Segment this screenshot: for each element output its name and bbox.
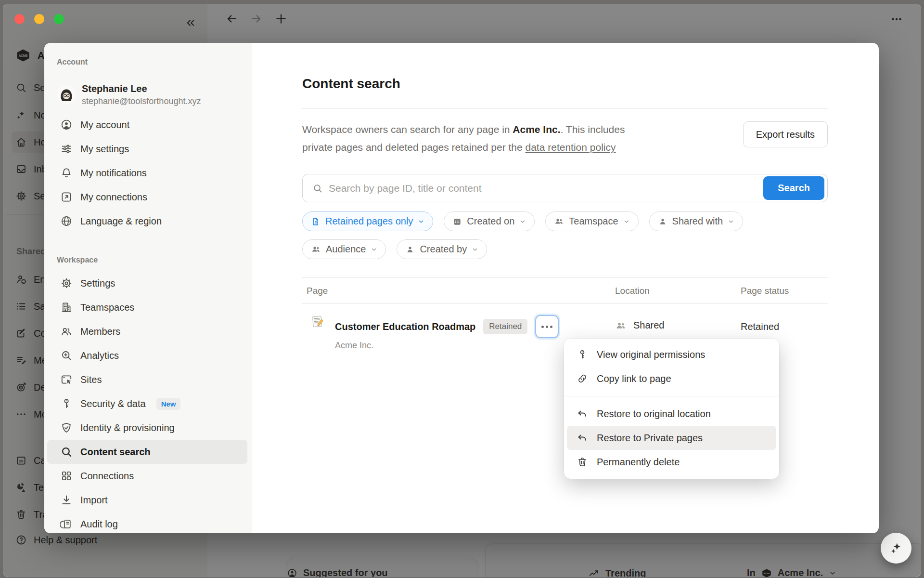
trash-icon	[577, 456, 588, 468]
person-filled-icon	[405, 245, 415, 254]
settings-nav-my-settings[interactable]: My settings	[47, 137, 247, 161]
settings-nav-my-account[interactable]: My account	[47, 113, 247, 137]
settings-nav-identity-provisioning[interactable]: Identity & provisioning	[47, 416, 247, 440]
app-window: ACME Acme Inc. Search Notion AI Home	[3, 4, 921, 577]
people-filled-icon	[311, 244, 321, 254]
retained-badge: Retained	[483, 319, 527, 334]
search-icon	[312, 183, 323, 194]
settings-nav-my-notifications[interactable]: My notifications	[47, 161, 247, 185]
filter-retained-pages-only[interactable]: Retained pages only	[302, 211, 433, 231]
person-circle-icon	[60, 118, 73, 131]
settings-nav-content-search[interactable]: Content search	[47, 440, 247, 464]
workspace-section-header: Workspace	[57, 254, 252, 266]
status-cell: Retained	[741, 304, 828, 332]
settings-modal: Account Stephanie Lee stephanie@toolsfor…	[44, 43, 879, 533]
desktop: ACME Acme Inc. Search Notion AI Home	[0, 0, 924, 578]
filter-created-on[interactable]: Created on	[444, 211, 535, 231]
title-divider	[302, 108, 828, 109]
filter-row-2: Audience Created by	[302, 239, 828, 259]
audit-log-icon	[60, 518, 73, 530]
content-search-bar: Search	[302, 174, 828, 202]
data-retention-policy-link[interactable]: data retention policy	[526, 142, 616, 153]
chevron-down-icon	[519, 218, 526, 225]
memo-icon	[311, 315, 324, 328]
settings-nav-language-region[interactable]: Language & region	[47, 209, 247, 233]
account-user-row[interactable]: Stephanie Lee stephanie@toolsforthought.…	[57, 80, 247, 108]
table-header: Page Location Page status	[302, 277, 828, 304]
sparkle-icon	[889, 541, 903, 555]
window-zoom-button[interactable]	[54, 14, 64, 24]
magnifier-plus-icon	[60, 349, 73, 362]
shield-check-icon	[60, 421, 73, 434]
page-icon	[311, 217, 321, 226]
chevron-down-icon	[472, 246, 478, 253]
chevron-down-icon	[728, 218, 734, 225]
chevron-down-icon	[371, 246, 377, 253]
avatar	[57, 85, 76, 104]
settings-nav-settings[interactable]: Settings	[47, 271, 247, 295]
row-context-menu: View original permissions Copy link to p…	[564, 339, 779, 479]
column-header-page: Page	[302, 286, 597, 296]
settings-nav-audit-log[interactable]: Audit log	[47, 512, 247, 533]
undo-icon	[577, 432, 588, 444]
menu-divider	[564, 396, 779, 396]
settings-nav-security-data[interactable]: Security & data New	[47, 392, 247, 416]
window-minimize-button[interactable]	[34, 14, 44, 24]
building-icon	[60, 301, 73, 314]
settings-nav-analytics[interactable]: Analytics	[47, 343, 247, 368]
user-name: Stephanie Lee	[82, 82, 201, 95]
menu-permanently-delete[interactable]: Permanently delete	[567, 450, 776, 474]
account-section-header: Account	[57, 56, 252, 68]
new-badge: New	[156, 398, 181, 410]
window-close-button[interactable]	[14, 14, 25, 24]
settings-nav-my-connections[interactable]: My connections	[47, 185, 247, 209]
user-email: stephanie@toolsforthought.xyz	[82, 95, 201, 107]
undo-icon	[577, 408, 588, 420]
search-input[interactable]	[329, 183, 760, 194]
gear-icon	[60, 277, 73, 289]
import-icon	[60, 494, 73, 506]
person-filled-icon	[658, 217, 667, 226]
menu-copy-link[interactable]: Copy link to page	[567, 367, 776, 391]
menu-restore-original-location[interactable]: Restore to original location	[567, 402, 776, 426]
settings-nav-connections[interactable]: Connections	[47, 464, 247, 488]
calendar-icon	[452, 217, 462, 226]
settings-nav-sites[interactable]: Sites	[47, 368, 247, 392]
people-icon	[60, 325, 73, 338]
bell-icon	[60, 167, 73, 179]
column-header-location: Location	[597, 286, 723, 296]
location-cell: Shared	[615, 304, 723, 331]
page-title-cell: Customer Education Roadmap	[335, 320, 475, 333]
key-icon	[60, 397, 73, 410]
search-button[interactable]: Search	[763, 176, 824, 200]
description-text: Workspace owners can search for any page…	[302, 120, 625, 156]
settings-sidebar: Account Stephanie Lee stephanie@toolsfor…	[44, 43, 252, 533]
people-filled-icon	[615, 320, 627, 331]
row-more-button[interactable]	[535, 315, 559, 338]
filter-teamspace[interactable]: Teamspace	[545, 211, 638, 231]
settings-nav-teamspaces[interactable]: Teamspaces	[47, 295, 247, 319]
menu-view-original-permissions[interactable]: View original permissions	[567, 342, 776, 367]
notion-ai-fab-button[interactable]	[881, 533, 911, 564]
settings-nav-import[interactable]: Import	[47, 488, 247, 512]
menu-restore-private-pages[interactable]: Restore to Private pages	[567, 426, 776, 450]
filter-created-by[interactable]: Created by	[397, 239, 487, 259]
sliders-icon	[60, 143, 73, 155]
box-arrow-icon	[60, 191, 73, 203]
column-header-status: Page status	[723, 286, 828, 296]
filter-row-1: Retained pages only Created on Teamspace	[302, 211, 828, 231]
export-results-button[interactable]: Export results	[743, 121, 828, 147]
filter-shared-with[interactable]: Shared with	[649, 211, 744, 231]
search-icon	[60, 446, 73, 458]
link-icon	[577, 373, 588, 384]
page-title: Content search	[302, 77, 828, 91]
key-icon	[577, 349, 588, 360]
page-subtitle: Acme Inc.	[335, 341, 559, 351]
grid-icon	[60, 470, 73, 482]
settings-nav-members[interactable]: Members	[47, 319, 247, 343]
people-filled-icon	[554, 216, 564, 226]
filter-audience[interactable]: Audience	[302, 239, 386, 259]
chevron-down-icon	[418, 218, 424, 225]
browser-cursor-icon	[60, 373, 73, 386]
chevron-down-icon	[623, 218, 630, 225]
